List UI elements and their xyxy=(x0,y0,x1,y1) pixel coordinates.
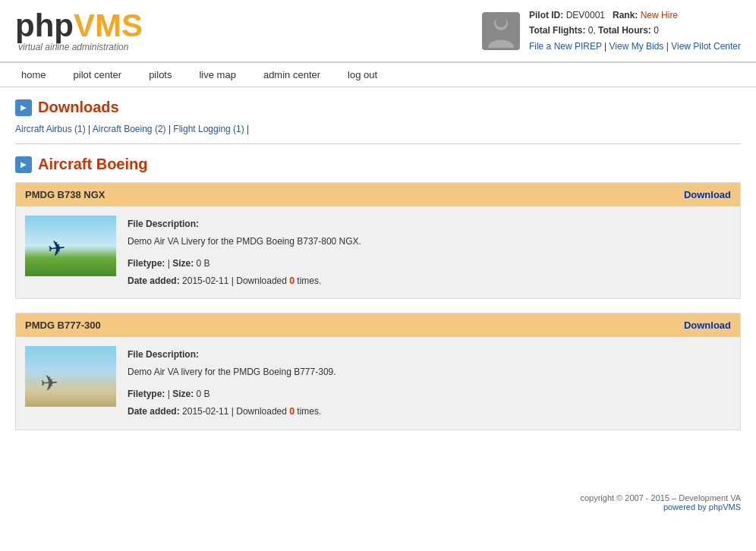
pilot-links: File a New PIREP | View My Bids | View P… xyxy=(529,39,741,54)
download-link-2[interactable]: Download xyxy=(684,320,731,331)
nav-live-map[interactable]: live map xyxy=(185,63,249,87)
avatar xyxy=(482,12,520,50)
footer: copyright © 2007 - 2015 – Development VA… xyxy=(0,478,756,519)
section-arrow-icon: ► xyxy=(15,156,32,173)
file-date-2: Date added: 2015-02-11 | Downloaded 0 ti… xyxy=(128,403,336,420)
nav-pilots[interactable]: pilots xyxy=(135,63,185,87)
nav-pilot-center[interactable]: pilot center xyxy=(60,63,136,87)
date-value-2: 2015-02-11 xyxy=(182,406,228,417)
category-boeing[interactable]: Aircraft Boeing (2) xyxy=(93,124,166,134)
file-desc-text-1: Demo Air VA Livery for the PMDG Boeing B… xyxy=(128,236,361,247)
content: ► Downloads Aircraft Airbus (1) | Aircra… xyxy=(0,87,756,455)
header: phpVMS virtual airline administration Pi… xyxy=(0,0,756,63)
downloaded-count-1: 0 xyxy=(289,276,295,286)
flights-value: 0 xyxy=(588,25,594,36)
download-card-1: PMDG B738 NGX Download File Description:… xyxy=(15,182,741,299)
date-label-1: Date added: xyxy=(128,276,180,286)
logo-tagline: virtual airline administration xyxy=(18,42,128,52)
category-logging[interactable]: Flight Logging (1) xyxy=(173,124,244,134)
downloaded-suffix-1: times. xyxy=(297,276,321,286)
pilot-info: Pilot ID: DEV0001 Rank: New Hire Total F… xyxy=(482,8,741,54)
pilot-center-link[interactable]: View Pilot Center xyxy=(671,41,741,52)
logo-vms: VMS xyxy=(74,8,143,43)
file-meta-1: Filetype: | Size: 0 B xyxy=(128,255,361,272)
powered-by[interactable]: powered by phpVMS xyxy=(663,502,741,512)
download-thumb-1 xyxy=(25,216,116,276)
category-airbus[interactable]: Aircraft Airbus (1) xyxy=(15,124,86,134)
file-desc-1: File Description: Demo Air VA Livery for… xyxy=(128,216,361,250)
downloaded-label-2: Downloaded xyxy=(236,406,287,417)
page-title-row: ► Downloads xyxy=(15,99,741,116)
logo: phpVMS xyxy=(15,10,143,42)
file-desc-text-2: Demo Air VA livery for the PMDG Boeing B… xyxy=(128,367,336,377)
pilot-stats-line: Total Flights: 0, Total Hours: 0 xyxy=(529,23,741,38)
file-desc-label-1: File Description: xyxy=(128,219,199,229)
logo-php: php xyxy=(15,8,74,43)
hours-value: 0 xyxy=(654,25,659,36)
pilot-id-line: Pilot ID: DEV0001 Rank: New Hire xyxy=(529,8,741,23)
pilot-details: Pilot ID: DEV0001 Rank: New Hire Total F… xyxy=(529,8,741,54)
size-value-1: 0 B xyxy=(197,258,210,269)
file-desc-label-2: File Description: xyxy=(128,349,199,360)
size-label-1: Size: xyxy=(172,258,194,269)
date-value-1: 2015-02-11 xyxy=(182,276,228,286)
nav-admin-center[interactable]: admin center xyxy=(250,63,334,87)
size-value-2: 0 B xyxy=(197,389,210,399)
download-card-1-header: PMDG B738 NGX Download xyxy=(16,183,740,206)
copyright: copyright © 2007 - 2015 – Development VA xyxy=(15,493,741,502)
download-name-2: PMDG B777-300 xyxy=(25,320,101,331)
file-date-1: Date added: 2015-02-11 | Downloaded 0 ti… xyxy=(128,272,361,290)
pilot-id-value: DEV0001 xyxy=(566,10,605,20)
downloads-arrow-icon: ► xyxy=(15,99,32,116)
download-info-1: File Description: Demo Air VA Livery for… xyxy=(128,216,361,289)
section-title-row: ► Aircraft Boeing xyxy=(15,156,741,173)
flights-label: Total Flights: xyxy=(529,25,585,36)
bids-link[interactable]: View My Bids xyxy=(610,41,664,52)
download-thumb-2 xyxy=(25,346,116,407)
file-meta-2: Filetype: | Size: 0 B xyxy=(128,386,336,403)
download-card-1-body: File Description: Demo Air VA Livery for… xyxy=(16,206,740,298)
downloaded-suffix-2: times. xyxy=(297,406,321,417)
download-card-2-body: File Description: Demo Air VA livery for… xyxy=(16,337,740,429)
nav-log-out[interactable]: log out xyxy=(334,63,391,87)
navigation: home pilot center pilots live map admin … xyxy=(0,63,756,87)
pilot-id-label: Pilot ID: xyxy=(529,10,563,20)
download-card-2-header: PMDG B777-300 Download xyxy=(16,313,740,337)
download-link-1[interactable]: Download xyxy=(684,189,731,200)
size-label-2: Size: xyxy=(172,389,194,399)
category-links: Aircraft Airbus (1) | Aircraft Boeing (2… xyxy=(15,124,741,134)
pirep-link[interactable]: File a New PIREP xyxy=(529,41,602,52)
downloaded-count-2: 0 xyxy=(289,406,295,417)
download-info-2: File Description: Demo Air VA livery for… xyxy=(128,346,336,420)
file-desc-2: File Description: Demo Air VA livery for… xyxy=(128,346,336,381)
rank-value: New Hire xyxy=(641,10,678,20)
filetype-label-1: Filetype: xyxy=(128,258,165,269)
nav-home[interactable]: home xyxy=(8,63,60,87)
hours-label: Total Hours: xyxy=(598,25,651,36)
logo-area: phpVMS virtual airline administration xyxy=(15,10,143,52)
section-title: Aircraft Boeing xyxy=(38,156,147,173)
rank-label: Rank: xyxy=(613,10,638,20)
download-name-1: PMDG B738 NGX xyxy=(25,189,105,200)
download-card-2: PMDG B777-300 Download File Description:… xyxy=(15,313,741,430)
divider xyxy=(15,143,741,144)
page-title: Downloads xyxy=(38,99,119,116)
svg-point-1 xyxy=(496,17,506,27)
date-label-2: Date added: xyxy=(128,406,180,417)
downloaded-label-1: Downloaded xyxy=(236,276,287,286)
filetype-label-2: Filetype: xyxy=(128,389,165,399)
